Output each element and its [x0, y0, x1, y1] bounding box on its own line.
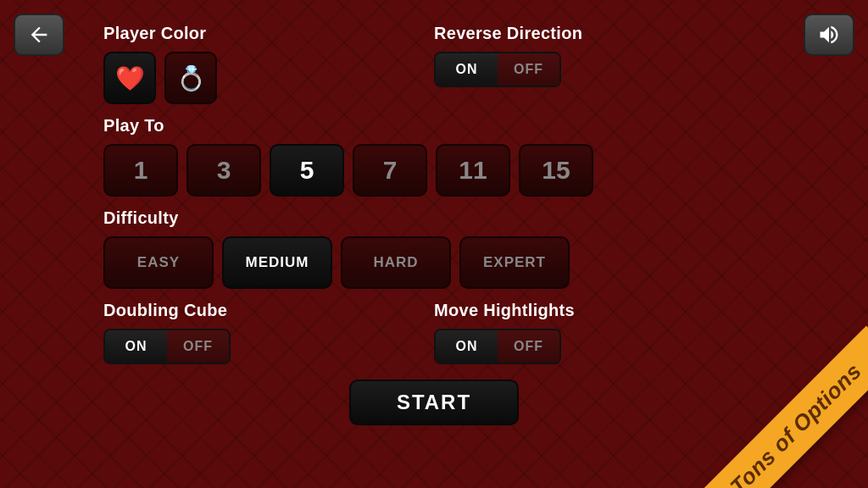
highlights-on-button[interactable]: ON — [436, 330, 498, 363]
reverse-off-button[interactable]: OFF — [498, 53, 559, 86]
reverse-on-button[interactable]: ON — [436, 53, 498, 86]
player-color-section: Player Color ❤️ 💍 — [103, 24, 434, 104]
play-to-1-button[interactable]: 1 — [103, 144, 178, 197]
reverse-direction-section: Reverse Direction ON OFF — [434, 24, 765, 87]
play-to-buttons: 1 3 5 7 11 15 — [103, 144, 765, 197]
doubling-off-button[interactable]: OFF — [167, 330, 229, 363]
play-to-3-button[interactable]: 3 — [186, 144, 261, 197]
main-content: Player Color ❤️ 💍 Reverse Direction ON O… — [0, 0, 868, 488]
difficulty-medium-button[interactable]: MEDIUM — [222, 236, 332, 289]
play-to-label: Play To — [103, 116, 765, 136]
play-to-7-button[interactable]: 7 — [353, 144, 427, 197]
doubling-on-button[interactable]: ON — [105, 330, 167, 363]
player-color-label: Player Color — [103, 24, 434, 43]
move-highlights-label: Move Hightlights — [434, 301, 765, 320]
play-to-15-button[interactable]: 15 — [519, 144, 593, 197]
doubling-cube-label: Doubling Cube — [103, 301, 434, 320]
color-buttons: ❤️ 💍 — [103, 52, 434, 104]
move-highlights-toggle: ON OFF — [434, 329, 561, 364]
difficulty-expert-button[interactable]: EXPERT — [459, 236, 570, 289]
color-heart-button[interactable]: ❤️ — [103, 52, 156, 104]
reverse-direction-toggle: ON OFF — [434, 52, 561, 87]
difficulty-label: Difficulty — [103, 208, 765, 228]
doubling-cube-toggle: ON OFF — [103, 329, 231, 364]
highlights-off-button[interactable]: OFF — [498, 330, 559, 363]
difficulty-buttons: EASY MEDIUM HARD EXPERT — [103, 236, 765, 289]
row-player-color-reverse: Player Color ❤️ 💍 Reverse Direction ON O… — [103, 24, 765, 104]
play-to-5-button[interactable]: 5 — [270, 144, 344, 197]
row-doubling-highlights: Doubling Cube ON OFF Move Hightlights ON… — [103, 301, 765, 364]
play-to-11-button[interactable]: 11 — [436, 144, 510, 197]
play-to-section: Play To 1 3 5 7 11 15 — [103, 116, 765, 197]
difficulty-easy-button[interactable]: EASY — [103, 236, 214, 289]
difficulty-hard-button[interactable]: HARD — [341, 236, 451, 289]
start-button[interactable]: START — [349, 380, 519, 425]
reverse-direction-label: Reverse Direction — [434, 24, 765, 43]
move-highlights-section: Move Hightlights ON OFF — [434, 301, 765, 364]
difficulty-section: Difficulty EASY MEDIUM HARD EXPERT — [103, 208, 765, 289]
color-ring-button[interactable]: 💍 — [164, 52, 217, 104]
doubling-cube-section: Doubling Cube ON OFF — [103, 301, 434, 364]
